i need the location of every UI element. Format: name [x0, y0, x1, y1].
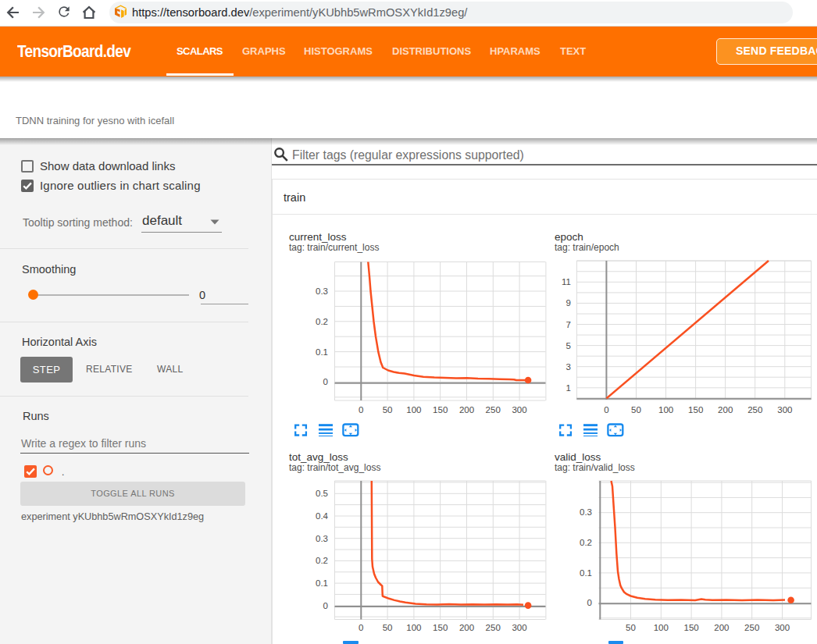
svg-text:5: 5: [566, 341, 571, 350]
svg-text:100: 100: [658, 405, 673, 415]
svg-text:0: 0: [604, 405, 608, 415]
svg-text:0.4: 0.4: [316, 511, 329, 521]
svg-text:250: 250: [744, 623, 759, 632]
svg-text:150: 150: [433, 405, 448, 415]
svg-text:0.3: 0.3: [316, 534, 328, 543]
svg-text:50: 50: [383, 623, 393, 632]
svg-text:3: 3: [566, 362, 571, 372]
svg-text:0.1: 0.1: [316, 347, 328, 357]
svg-text:100: 100: [406, 405, 421, 415]
svg-text:0.2: 0.2: [316, 556, 328, 565]
svg-text:0.2: 0.2: [316, 317, 328, 326]
svg-text:200: 200: [459, 405, 474, 415]
svg-text:7: 7: [566, 320, 571, 329]
svg-text:0.3: 0.3: [316, 286, 328, 296]
svg-text:300: 300: [777, 405, 792, 415]
svg-text:300: 300: [512, 623, 526, 632]
svg-text:0.3: 0.3: [580, 507, 592, 517]
svg-text:200: 200: [459, 623, 474, 632]
svg-text:0.1: 0.1: [580, 568, 592, 578]
svg-text:0: 0: [323, 601, 328, 610]
svg-text:50: 50: [383, 405, 393, 415]
svg-text:9: 9: [566, 298, 571, 308]
svg-text:150: 150: [684, 623, 699, 632]
svg-text:200: 200: [718, 405, 733, 415]
svg-text:300: 300: [512, 405, 526, 415]
svg-text:0.2: 0.2: [580, 538, 592, 547]
svg-text:200: 200: [714, 623, 729, 632]
svg-text:0: 0: [359, 623, 363, 632]
svg-text:150: 150: [433, 623, 448, 632]
svg-text:250: 250: [486, 405, 501, 415]
svg-text:100: 100: [406, 623, 421, 632]
svg-text:11: 11: [562, 277, 571, 286]
svg-text:1: 1: [566, 383, 571, 393]
svg-text:250: 250: [747, 405, 762, 415]
svg-text:0: 0: [587, 598, 592, 607]
svg-text:0.5: 0.5: [316, 489, 328, 498]
svg-text:0.1: 0.1: [316, 578, 328, 588]
svg-text:50: 50: [626, 623, 636, 632]
svg-text:150: 150: [688, 405, 703, 415]
svg-text:50: 50: [631, 405, 641, 415]
svg-text:250: 250: [486, 623, 501, 632]
svg-text:0: 0: [359, 405, 363, 415]
svg-text:100: 100: [654, 623, 669, 632]
svg-text:0: 0: [323, 377, 328, 386]
svg-text:300: 300: [775, 623, 790, 632]
